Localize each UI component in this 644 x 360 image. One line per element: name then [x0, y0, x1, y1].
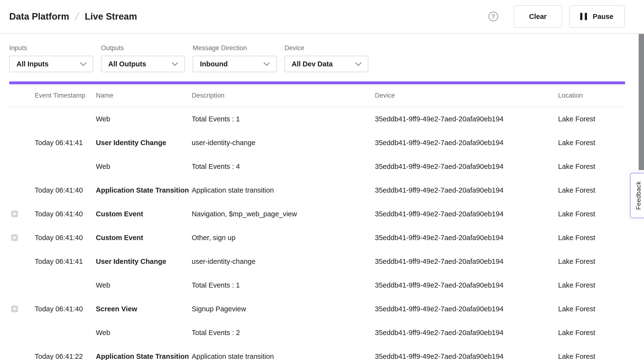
cell-location: Lake Forest	[558, 163, 625, 171]
cell-description: Total Events : 1	[192, 281, 375, 289]
cell-timestamp: Today 06:41:41	[35, 258, 96, 266]
event-row[interactable]: Today 06:41:41 User Identity Change user…	[9, 250, 625, 273]
clear-button-label: Clear	[529, 12, 547, 20]
event-row[interactable]: Today 06:41:22 Application State Transit…	[9, 345, 625, 360]
column-header-description: Description	[192, 92, 375, 99]
cell-device: 35eddb41-9ff9-49e2-7aed-20afa90eb194	[375, 353, 558, 360]
top-app-bar: Data Platform / Live Stream ? Clear Paus…	[0, 0, 644, 34]
cell-location: Lake Forest	[558, 329, 625, 337]
cell-name: Application State Transition	[96, 186, 192, 194]
filter-outputs: Outputs All Outputs	[101, 44, 185, 72]
pause-button-label: Pause	[593, 12, 614, 20]
column-header-device: Device	[375, 92, 558, 99]
chevron-down-icon	[80, 62, 87, 66]
cell-description: Total Events : 4	[192, 163, 375, 171]
cell-timestamp: Today 06:41:40	[35, 234, 96, 242]
event-row[interactable]: Web Total Events : 1 35eddb41-9ff9-49e2-…	[9, 107, 625, 131]
vertical-scrollbar[interactable]	[639, 34, 644, 170]
cell-name: Application State Transition	[96, 353, 192, 360]
event-row[interactable]: Web Total Events : 1 35eddb41-9ff9-49e2-…	[9, 273, 625, 297]
pause-icon	[580, 13, 587, 20]
cell-device: 35eddb41-9ff9-49e2-7aed-20afa90eb194	[375, 305, 558, 313]
cell-name: Web	[96, 329, 192, 337]
cell-location: Lake Forest	[558, 186, 625, 194]
event-table-body: Web Total Events : 1 35eddb41-9ff9-49e2-…	[9, 107, 625, 360]
cell-name: Custom Event	[96, 210, 192, 218]
cell-device: 35eddb41-9ff9-49e2-7aed-20afa90eb194	[375, 139, 558, 147]
column-header-location: Location	[558, 92, 625, 99]
breadcrumb-section[interactable]: Data Platform	[9, 11, 69, 22]
cell-name: User Identity Change	[96, 139, 192, 147]
cell-location: Lake Forest	[558, 281, 625, 289]
cell-description: Total Events : 1	[192, 115, 375, 123]
cell-location: Lake Forest	[558, 305, 625, 313]
cell-device: 35eddb41-9ff9-49e2-7aed-20afa90eb194	[375, 281, 558, 289]
cell-timestamp: Today 06:41:41	[35, 139, 96, 147]
cell-location: Lake Forest	[558, 258, 625, 266]
cell-location: Lake Forest	[558, 139, 625, 147]
cell-timestamp: Today 06:41:40	[35, 305, 96, 313]
cell-description: user-identity-change	[192, 258, 375, 266]
cell-name: Web	[96, 281, 192, 289]
event-row[interactable]: Today 06:41:41 User Identity Change user…	[9, 131, 625, 155]
message-direction-dropdown-value: Inbound	[200, 60, 228, 68]
cell-description: Total Events : 2	[192, 329, 375, 337]
device-dropdown-value: All Dev Data	[292, 60, 333, 68]
cell-device: 35eddb41-9ff9-49e2-7aed-20afa90eb194	[375, 115, 558, 123]
cell-location: Lake Forest	[558, 234, 625, 242]
event-row[interactable]: Today 06:41:40 Custom Event Other, sign …	[9, 226, 625, 250]
feedback-tab[interactable]: Feedback	[630, 173, 644, 218]
topbar-actions: ? Clear Pause	[488, 5, 624, 28]
event-row[interactable]: Today 06:41:40 Custom Event Navigation, …	[9, 202, 625, 226]
filter-device-label: Device	[284, 44, 368, 52]
chevron-down-icon	[355, 62, 362, 66]
feedback-tab-label: Feedback	[635, 181, 642, 210]
breadcrumb: Data Platform / Live Stream	[9, 10, 137, 22]
expand-plus-icon[interactable]	[11, 234, 18, 241]
filter-inputs: Inputs All Inputs	[9, 44, 93, 72]
cell-description: user-identity-change	[192, 139, 375, 147]
event-row[interactable]: Web Total Events : 2 35eddb41-9ff9-49e2-…	[9, 321, 625, 345]
event-table-header: Event Timestamp Name Description Device …	[9, 84, 625, 107]
outputs-dropdown-value: All Outputs	[108, 60, 146, 68]
filter-message-direction-label: Message Direction	[193, 44, 276, 52]
inputs-dropdown-value: All Inputs	[16, 60, 48, 68]
cell-name: User Identity Change	[96, 258, 192, 266]
pause-button[interactable]: Pause	[569, 5, 624, 28]
cell-name: Screen View	[96, 305, 192, 313]
column-header-name: Name	[96, 92, 192, 99]
filters-row: Inputs All Inputs Outputs All Outputs Me…	[9, 44, 625, 72]
message-direction-dropdown[interactable]: Inbound	[193, 56, 276, 72]
filter-device: Device All Dev Data	[284, 44, 368, 72]
filter-outputs-label: Outputs	[101, 44, 185, 52]
outputs-dropdown[interactable]: All Outputs	[101, 56, 185, 72]
chevron-down-icon	[263, 62, 270, 66]
cell-name: Web	[96, 163, 192, 171]
expand-plus-icon[interactable]	[11, 306, 18, 312]
device-dropdown[interactable]: All Dev Data	[284, 56, 368, 72]
cell-description: Other, sign up	[192, 234, 375, 242]
inputs-dropdown[interactable]: All Inputs	[9, 56, 93, 72]
event-row[interactable]: Today 06:41:40 Application State Transit…	[9, 178, 625, 202]
clear-button[interactable]: Clear	[514, 5, 562, 28]
accent-bar	[9, 81, 625, 84]
event-row[interactable]: Today 06:41:40 Screen View Signup Pagevi…	[9, 297, 625, 321]
cell-name: Web	[96, 115, 192, 123]
cell-device: 35eddb41-9ff9-49e2-7aed-20afa90eb194	[375, 329, 558, 337]
filter-message-direction: Message Direction Inbound	[193, 44, 276, 72]
cell-location: Lake Forest	[558, 115, 625, 123]
cell-device: 35eddb41-9ff9-49e2-7aed-20afa90eb194	[375, 234, 558, 242]
expand-plus-icon[interactable]	[11, 210, 18, 217]
cell-description: Navigation, $mp_web_page_view	[192, 210, 375, 218]
help-icon[interactable]: ?	[488, 12, 498, 21]
cell-device: 35eddb41-9ff9-49e2-7aed-20afa90eb194	[375, 210, 558, 218]
filter-inputs-label: Inputs	[9, 44, 93, 52]
chevron-down-icon	[171, 62, 178, 66]
cell-description: Application state transition	[192, 186, 375, 194]
cell-device: 35eddb41-9ff9-49e2-7aed-20afa90eb194	[375, 163, 558, 171]
event-row[interactable]: Web Total Events : 4 35eddb41-9ff9-49e2-…	[9, 155, 625, 178]
cell-name: Custom Event	[96, 234, 192, 242]
cell-description: Signup Pageview	[192, 305, 375, 313]
cell-description: Application state transition	[192, 353, 375, 360]
cell-timestamp: Today 06:41:22	[35, 353, 96, 360]
